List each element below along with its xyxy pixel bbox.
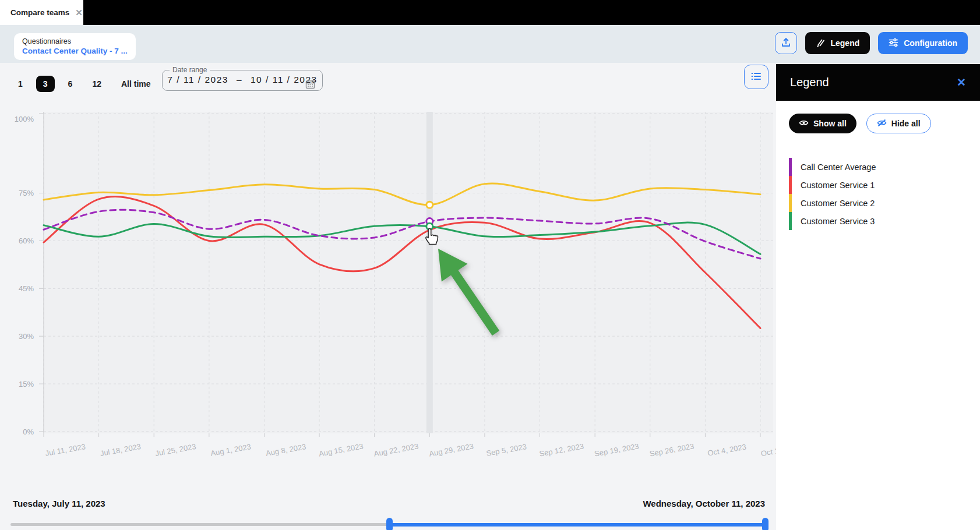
list-icon bbox=[751, 72, 762, 83]
legend-items-list: Call Center AverageCustomer Service 1Cus… bbox=[789, 158, 876, 230]
slider-handle-start[interactable] bbox=[386, 518, 393, 530]
legend-item[interactable]: Customer Service 2 bbox=[789, 194, 876, 212]
x-axis-label: Jul 11, 2023 bbox=[45, 442, 86, 458]
export-button[interactable] bbox=[775, 32, 797, 54]
x-axis-label: Oct 11, 2023 bbox=[760, 442, 776, 458]
date-range-label: Date range bbox=[170, 66, 210, 74]
x-axis-label: Sep 5, 2023 bbox=[485, 442, 527, 458]
y-axis-label: 0% bbox=[23, 427, 34, 436]
app-root: Compare teams ✕ Questionnaires Contact C… bbox=[0, 0, 980, 530]
date-range-separator: – bbox=[237, 75, 242, 85]
x-axis-label: Sep 12, 2023 bbox=[538, 441, 584, 458]
upload-icon bbox=[781, 37, 791, 50]
legend-panel-title: Legend bbox=[790, 76, 829, 89]
legend-panel: Legend ✕ Show all bbox=[776, 63, 980, 530]
eye-off-icon bbox=[877, 119, 887, 129]
y-axis-label: 30% bbox=[19, 332, 34, 341]
y-axis-label: 60% bbox=[19, 236, 34, 245]
y-axis-label: 100% bbox=[15, 115, 34, 123]
period-option-12[interactable]: 12 bbox=[86, 76, 108, 92]
date-range-start[interactable]: 7 / 11 / 2023 bbox=[167, 75, 228, 85]
slider-end-date: Wednesday, October 11, 2023 bbox=[643, 499, 765, 508]
sliders-icon bbox=[889, 38, 898, 49]
legend-item[interactable]: Customer Service 3 bbox=[789, 212, 876, 230]
legend-item[interactable]: Call Center Average bbox=[789, 158, 876, 176]
close-icon[interactable]: ✕ bbox=[957, 76, 966, 89]
show-all-button[interactable]: Show all bbox=[789, 114, 856, 133]
hover-marker-customer-service-2 bbox=[426, 202, 433, 208]
configuration-button-label: Configuration bbox=[904, 38, 957, 48]
x-axis-label: Jul 25, 2023 bbox=[154, 442, 196, 458]
scribble-icon bbox=[816, 38, 825, 49]
configuration-button[interactable]: Configuration bbox=[878, 32, 968, 54]
chart-toolbar: 13612All time Date range 7 / 11 / 2023 –… bbox=[0, 63, 776, 109]
legend-panel-header: Legend ✕ bbox=[776, 64, 980, 101]
period-option-3[interactable]: 3 bbox=[36, 76, 55, 92]
y-axis-label: 75% bbox=[19, 189, 34, 197]
x-axis-label: Aug 22, 2023 bbox=[373, 441, 420, 458]
legend-item-label: Customer Service 2 bbox=[801, 199, 875, 208]
hover-band bbox=[426, 112, 433, 433]
hide-all-button[interactable]: Hide all bbox=[866, 114, 931, 133]
y-axis-label: 45% bbox=[19, 284, 34, 293]
legend-list-toggle-button[interactable] bbox=[744, 65, 769, 89]
hide-all-label: Hide all bbox=[891, 119, 921, 128]
x-axis-label: Jul 18, 2023 bbox=[100, 442, 142, 458]
x-axis-label: Aug 1, 2023 bbox=[210, 442, 252, 458]
period-selector: 13612All time bbox=[8, 76, 161, 92]
legend-item[interactable]: Customer Service 1 bbox=[789, 176, 876, 194]
x-axis-label: Sep 26, 2023 bbox=[649, 441, 695, 458]
legend-color-bar bbox=[789, 176, 792, 194]
calendar-icon[interactable] bbox=[305, 79, 315, 91]
legend-panel-actions: Show all Hide all bbox=[789, 114, 931, 133]
legend-item-label: Customer Service 3 bbox=[801, 217, 875, 226]
period-option-1[interactable]: 1 bbox=[12, 76, 29, 92]
time-slider-footer: Tuesday, July 11, 2023 Wednesday, Octobe… bbox=[0, 494, 776, 530]
x-axis-label: Aug 29, 2023 bbox=[428, 441, 474, 458]
legend-button[interactable]: Legend bbox=[805, 32, 870, 54]
header-actions: Legend Configuration bbox=[775, 32, 968, 54]
eye-icon bbox=[799, 119, 809, 129]
x-axis-label: Aug 15, 2023 bbox=[318, 441, 364, 458]
slider-start-date: Tuesday, July 11, 2023 bbox=[13, 499, 105, 508]
slider-selected-range[interactable] bbox=[389, 523, 765, 527]
chart-plot-area[interactable] bbox=[44, 112, 773, 433]
slider-handle-end[interactable] bbox=[762, 518, 769, 530]
legend-color-bar bbox=[789, 212, 792, 230]
legend-color-bar bbox=[789, 194, 792, 212]
period-option-all-time[interactable]: All time bbox=[115, 76, 157, 92]
show-all-label: Show all bbox=[813, 119, 847, 128]
x-axis-label: Aug 8, 2023 bbox=[265, 442, 307, 458]
legend-item-label: Call Center Average bbox=[801, 162, 876, 172]
date-range-field[interactable]: Date range 7 / 11 / 2023 – 10 / 11 / 202… bbox=[162, 66, 323, 91]
date-range-slider[interactable] bbox=[10, 518, 765, 530]
legend-color-bar bbox=[789, 158, 792, 176]
x-axis-label: Sep 19, 2023 bbox=[594, 441, 640, 458]
legend-button-label: Legend bbox=[830, 38, 859, 48]
legend-item-label: Customer Service 1 bbox=[801, 181, 875, 190]
period-option-6[interactable]: 6 bbox=[62, 76, 79, 92]
x-axis-label: Oct 4, 2023 bbox=[707, 442, 747, 457]
y-axis-label: 15% bbox=[19, 380, 34, 388]
